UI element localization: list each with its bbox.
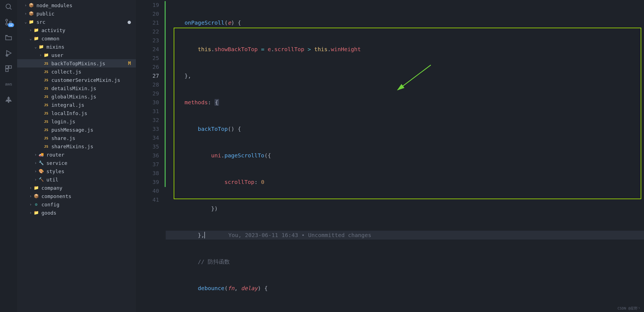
tree-item[interactable]: ›📦components — [17, 192, 136, 200]
tree-item[interactable]: ⌄📁src● — [17, 18, 136, 26]
js-file-icon: JS — [43, 61, 49, 66]
tree-label: public — [36, 11, 54, 17]
modified-indicator: ● — [128, 19, 131, 25]
tree-item[interactable]: ›📁activity — [17, 26, 136, 34]
code-editor[interactable]: 1920212223242526272829303132333435363738… — [136, 0, 644, 312]
tree-item[interactable]: JSdetailsMixin.js — [17, 84, 136, 92]
js-file-icon: JS — [43, 111, 49, 115]
tree-label: user — [51, 52, 63, 58]
folder-icon: 📁 — [33, 210, 39, 215]
folder-icon: 📁 — [33, 28, 39, 33]
tree-icon[interactable] — [5, 96, 12, 103]
activity-bar: 12 aws — [0, 0, 17, 312]
tree-item[interactable]: JSintegral.js — [17, 101, 136, 109]
tree-item[interactable]: ›📁goods — [17, 209, 136, 217]
tree-label: config — [41, 202, 59, 207]
folder-icon: 📁 — [38, 44, 44, 49]
tree-label: collect.js — [51, 69, 81, 75]
extensions-icon[interactable] — [5, 65, 12, 72]
svg-rect-9 — [6, 69, 8, 71]
watermark: CSDN @星野丶 — [617, 306, 641, 311]
folder-icon: 📦 — [28, 11, 34, 16]
tree-label: share.js — [51, 135, 75, 141]
tree-item[interactable]: JScollect.js — [17, 67, 136, 76]
git-modified-badge: M — [128, 61, 131, 66]
js-file-icon: JS — [43, 119, 49, 124]
tree-label: activity — [41, 27, 65, 33]
folder-icon: ⚙ — [33, 202, 39, 207]
js-file-icon: JS — [43, 95, 49, 99]
tree-item[interactable]: ›📦public — [17, 9, 136, 18]
tree-item[interactable]: ›📁user — [17, 51, 136, 59]
svg-point-3 — [6, 23, 8, 25]
svg-point-2 — [6, 19, 8, 21]
tree-label: backToTopMixins.js — [51, 61, 105, 66]
folder-icon: 🔨 — [38, 177, 44, 182]
tree-item[interactable]: ⌄📁mixins — [17, 43, 136, 51]
tree-item[interactable]: ›🎨styles — [17, 167, 136, 175]
tree-label: goods — [41, 210, 56, 216]
tree-item[interactable]: ⌄📁common — [17, 34, 136, 43]
line-gutter: 1920212223242526272829303132333435363738… — [136, 0, 165, 312]
debug-icon[interactable] — [5, 49, 12, 57]
tree-item[interactable]: JSlogin.js — [17, 117, 136, 126]
tree-item[interactable]: ›⚙config — [17, 200, 136, 209]
tree-label: shareMixins.js — [51, 144, 93, 149]
tree-item[interactable]: ›🔨util — [17, 175, 136, 184]
tree-item[interactable]: JSpushMessage.js — [17, 126, 136, 134]
file-explorer[interactable]: ›📦node_modules›📦public⌄📁src●›📁activity⌄📁… — [17, 0, 136, 312]
folder-icon: 🚚 — [38, 152, 44, 157]
folder-icon: 🎨 — [38, 169, 44, 174]
tree-label: node_modules — [36, 2, 72, 8]
tree-label: router — [46, 152, 64, 158]
tree-label: detailsMixin.js — [51, 85, 96, 91]
tree-label: util — [46, 177, 58, 183]
tree-label: src — [36, 19, 46, 25]
tree-label: pushMessage.js — [51, 127, 93, 133]
scm-badge: 12 — [8, 23, 14, 27]
tree-label: localInfo.js — [51, 110, 87, 116]
folder-icon: 📦 — [33, 194, 39, 199]
folder-icon: 📁 — [33, 185, 39, 190]
svg-point-0 — [6, 4, 10, 9]
tree-label: components — [41, 193, 71, 199]
tree-label: globalMixins.js — [51, 94, 96, 100]
tree-item[interactable]: JSbackToTopMixins.jsM — [17, 59, 136, 67]
tree-item[interactable]: ›🔧service — [17, 159, 136, 167]
tree-label: mixins — [46, 44, 64, 50]
tree-item[interactable]: JSlocalInfo.js — [17, 109, 136, 117]
js-file-icon: JS — [43, 136, 49, 140]
tree-item[interactable]: ›🚚router — [17, 150, 136, 159]
tree-label: login.js — [51, 119, 75, 124]
js-file-icon: JS — [43, 144, 49, 149]
svg-rect-8 — [9, 66, 11, 68]
tree-item[interactable]: ›📁company — [17, 184, 136, 192]
folder-icon: 📦 — [28, 3, 34, 8]
folder-icon: 📁 — [33, 36, 39, 41]
code-content[interactable]: onPageScroll(e) { this.showBackToTop = e… — [166, 0, 644, 312]
js-file-icon: JS — [43, 70, 49, 74]
js-file-icon: JS — [43, 86, 49, 90]
tree-label: service — [46, 160, 67, 166]
tree-label: company — [41, 185, 62, 191]
search-icon[interactable] — [5, 3, 12, 11]
js-file-icon: JS — [43, 78, 49, 82]
tree-item[interactable]: JSglobalMixins.js — [17, 92, 136, 101]
explorer-icon[interactable] — [5, 34, 12, 41]
js-file-icon: JS — [43, 128, 49, 132]
svg-marker-5 — [7, 51, 11, 56]
svg-rect-7 — [6, 66, 8, 68]
tree-label: integral.js — [51, 102, 84, 108]
tree-label: common — [41, 36, 59, 41]
svg-line-1 — [10, 8, 12, 10]
tree-label: customerServiceMixin.js — [51, 77, 120, 83]
tree-label: styles — [46, 168, 64, 174]
tree-item[interactable]: JSshareMixins.js — [17, 142, 136, 150]
tree-item[interactable]: JScustomerServiceMixin.js — [17, 76, 136, 84]
tree-item[interactable]: JSshare.js — [17, 134, 136, 142]
folder-icon: 🔧 — [38, 160, 44, 165]
tree-item[interactable]: ›📦node_modules — [17, 1, 136, 9]
aws-icon[interactable]: aws — [5, 80, 12, 88]
folder-icon: 📁 — [28, 19, 34, 24]
source-control-icon[interactable]: 12 — [5, 18, 12, 26]
